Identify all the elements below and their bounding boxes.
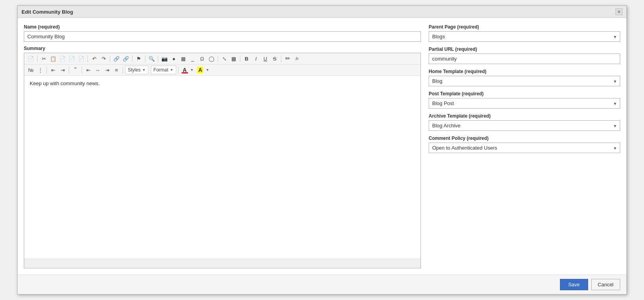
- bg-color-arrow[interactable]: ▼: [206, 68, 209, 72]
- undo-icon[interactable]: ↶: [90, 54, 98, 63]
- parent-page-label: Parent Page (required): [429, 24, 620, 30]
- cut-icon[interactable]: ✂: [39, 54, 48, 63]
- archive-template-select[interactable]: Blog Archive: [429, 120, 620, 131]
- link-icon[interactable]: 🔗: [112, 54, 121, 63]
- special-char-icon[interactable]: Ω: [198, 54, 206, 63]
- flash-icon[interactable]: ●: [170, 54, 178, 63]
- show-blocks-icon[interactable]: ▩: [229, 54, 238, 63]
- parent-page-select[interactable]: Blogs: [429, 31, 620, 42]
- name-field-group: Name (required): [24, 24, 421, 42]
- image-icon[interactable]: 📷: [160, 54, 169, 63]
- toolbar-row-2: № ⋮ ⇤ ⇥ “ ⇤ ↔ ⇥ ≡ Styles: [24, 64, 420, 76]
- bg-color-button[interactable]: A: [196, 66, 204, 74]
- align-center-icon[interactable]: ↔: [93, 66, 102, 74]
- separator-12: [82, 66, 82, 73]
- horizontal-rule-icon[interactable]: ⎯: [188, 54, 197, 63]
- separator-4: [132, 55, 132, 62]
- paste-icon[interactable]: 📄: [58, 54, 67, 63]
- separator-14: [178, 66, 179, 73]
- format-label: Format: [154, 67, 168, 73]
- editor-content-area[interactable]: Keep up with community news.: [24, 76, 420, 259]
- editor-text: Keep up with community news.: [30, 80, 415, 86]
- ordered-list-icon[interactable]: №: [27, 66, 35, 74]
- toolbar-row-1: 📄 ✂ 📋 📄 📄 📄 ↶ ↷ 🔗 🔗 ⚑: [24, 53, 420, 64]
- italic-icon[interactable]: I: [252, 54, 260, 63]
- save-button[interactable]: Save: [560, 279, 588, 290]
- unordered-list-icon[interactable]: ⋮: [36, 66, 45, 74]
- styles-dropdown[interactable]: Styles ▼: [125, 66, 148, 74]
- home-template-field-group: Home Template (required) Blog: [429, 69, 620, 86]
- separator-13: [123, 66, 123, 73]
- home-template-select-wrapper: Blog: [429, 76, 620, 86]
- parent-page-field-group: Parent Page (required) Blogs: [429, 24, 620, 42]
- separator-3: [110, 55, 110, 62]
- partial-url-label: Partial URL (required): [429, 46, 620, 52]
- post-template-label: Post Template (required): [429, 91, 620, 96]
- separator-9: [281, 55, 281, 62]
- partial-url-input[interactable]: [429, 54, 620, 64]
- remove-format-icon[interactable]: Ix: [293, 54, 301, 63]
- cancel-button[interactable]: Cancel: [591, 279, 620, 290]
- name-input[interactable]: [24, 31, 421, 42]
- align-left-icon[interactable]: ⇤: [84, 66, 93, 74]
- table-icon[interactable]: ▦: [179, 54, 188, 63]
- strikethrough-icon[interactable]: S: [270, 54, 279, 63]
- maximize-icon[interactable]: ⤡: [220, 54, 229, 63]
- styles-label: Styles: [128, 67, 141, 73]
- comment-policy-label: Comment Policy (required): [429, 136, 620, 141]
- redo-icon[interactable]: ↷: [99, 54, 108, 63]
- align-right-icon[interactable]: ⇥: [103, 66, 111, 74]
- summary-label: Summary: [24, 46, 421, 51]
- comment-policy-select[interactable]: Open to Authenticated Users: [429, 143, 620, 153]
- post-template-select[interactable]: Blog Post: [429, 98, 620, 109]
- font-color-arrow[interactable]: ▼: [190, 68, 194, 72]
- name-label: Name (required): [24, 24, 421, 30]
- blockquote-icon[interactable]: “: [71, 66, 80, 74]
- dialog-title: Edit Community Blog: [21, 9, 73, 15]
- summary-field-group: Summary 📄 ✂ 📋 📄 📄 📄 ↶ ↷: [24, 46, 421, 268]
- underline-icon[interactable]: U: [261, 54, 270, 63]
- dialog-body: Name (required) Summary 📄 ✂ 📋 📄 📄 📄: [18, 18, 626, 275]
- post-template-field-group: Post Template (required) Blog Post: [429, 91, 620, 109]
- copy-icon[interactable]: 📋: [49, 54, 57, 63]
- format-dropdown[interactable]: Format ▼: [151, 66, 176, 74]
- iframe-icon[interactable]: ◯: [207, 54, 216, 63]
- separator-8: [240, 55, 240, 62]
- separator-2: [88, 55, 88, 62]
- archive-template-field-group: Archive Template (required) Blog Archive: [429, 113, 620, 131]
- close-button[interactable]: ×: [615, 8, 623, 15]
- separator-11: [69, 66, 69, 73]
- find-icon[interactable]: 🔍: [147, 54, 156, 63]
- bold-icon[interactable]: B: [242, 54, 251, 63]
- home-template-label: Home Template (required): [429, 69, 620, 74]
- post-template-select-wrapper: Blog Post: [429, 98, 620, 109]
- increase-indent-icon[interactable]: ⇥: [58, 66, 67, 74]
- flag-icon[interactable]: ⚑: [134, 54, 143, 63]
- left-panel: Name (required) Summary 📄 ✂ 📋 📄 📄 📄: [24, 24, 421, 268]
- comment-policy-select-wrapper: Open to Authenticated Users: [429, 143, 620, 153]
- right-panel: Parent Page (required) Blogs Partial URL…: [429, 24, 620, 268]
- separator-7: [218, 55, 218, 62]
- paste-word-icon[interactable]: 📄: [77, 54, 86, 63]
- styles-dropdown-arrow: ▼: [142, 68, 146, 72]
- align-justify-icon[interactable]: ≡: [112, 66, 121, 74]
- archive-template-select-wrapper: Blog Archive: [429, 120, 620, 131]
- archive-template-label: Archive Template (required): [429, 113, 620, 119]
- editor-area: 📄 ✂ 📋 📄 📄 📄 ↶ ↷ 🔗 🔗 ⚑: [24, 53, 421, 268]
- font-color-button[interactable]: A: [181, 66, 189, 74]
- parent-page-select-wrapper: Blogs: [429, 31, 620, 42]
- dialog-footer: Save Cancel: [18, 275, 626, 294]
- highlight-icon[interactable]: ✏: [283, 54, 292, 63]
- new-doc-icon[interactable]: 📄: [27, 54, 35, 63]
- unlink-icon[interactable]: 🔗: [122, 54, 130, 63]
- decrease-indent-icon[interactable]: ⇤: [49, 66, 57, 74]
- separator-1: [37, 55, 38, 62]
- paste-text-icon[interactable]: 📄: [68, 54, 76, 63]
- separator-5: [145, 55, 145, 62]
- edit-community-blog-dialog: Edit Community Blog × Name (required) Su…: [17, 5, 627, 295]
- format-dropdown-arrow: ▼: [170, 68, 174, 72]
- home-template-select[interactable]: Blog: [429, 76, 620, 86]
- comment-policy-field-group: Comment Policy (required) Open to Authen…: [429, 136, 620, 153]
- separator-6: [158, 55, 158, 62]
- partial-url-field-group: Partial URL (required): [429, 46, 620, 64]
